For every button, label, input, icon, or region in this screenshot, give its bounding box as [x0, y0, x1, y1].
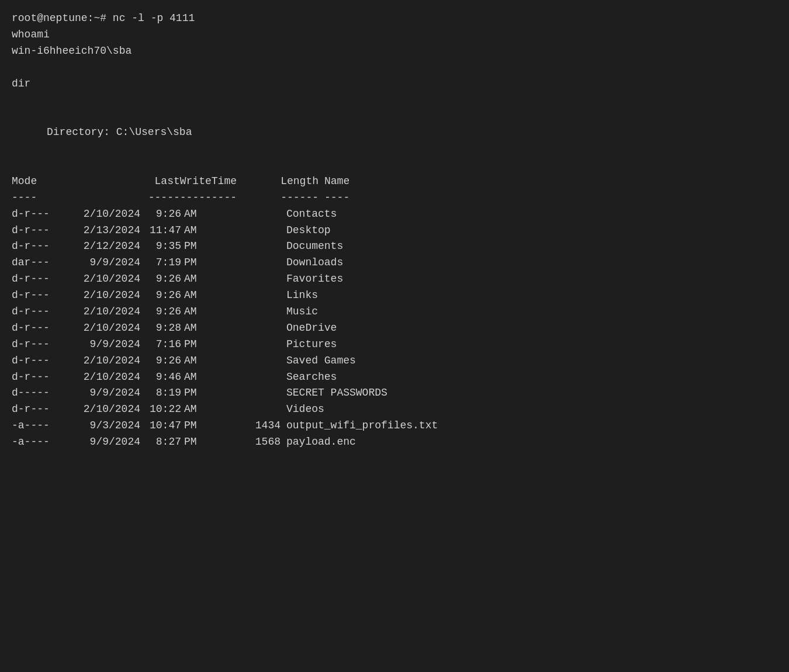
- cell-mode: d-r---: [12, 369, 64, 386]
- cell-mode: d-r---: [12, 304, 64, 320]
- cell-mode: d-r---: [12, 353, 64, 369]
- cell-ampm: AM: [181, 369, 205, 386]
- header-name: Name: [319, 174, 349, 190]
- dir-cmd: dir: [12, 76, 777, 92]
- cell-ampm: AM: [181, 223, 205, 239]
- cell-mode: d-r---: [12, 223, 64, 239]
- cell-name: Searches: [281, 369, 337, 386]
- cell-length: [205, 353, 281, 369]
- cell-ampm: AM: [181, 401, 205, 418]
- table-row: d-r---2/10/2024 9:26AMFavorites: [12, 271, 777, 287]
- table-row: d-r---2/10/202410:22AMVideos: [12, 401, 777, 418]
- cell-mode: d-r---: [12, 401, 64, 418]
- table-body: d-r---2/10/2024 9:26AMContactsd-r---2/13…: [12, 206, 777, 451]
- cell-name: Saved Games: [281, 353, 356, 369]
- blank-line-2: [12, 92, 777, 108]
- cell-mode: dar---: [12, 255, 64, 271]
- cell-ampm: PM: [181, 418, 205, 434]
- cell-name: output_wifi_profiles.txt: [281, 418, 438, 434]
- cell-date: 2/12/2024: [64, 238, 140, 255]
- cell-mode: d-----: [12, 385, 64, 401]
- cell-name: Contacts: [281, 206, 337, 223]
- cell-date: 9/9/2024: [64, 337, 140, 353]
- cell-date: 9/9/2024: [64, 385, 140, 401]
- cell-length: [205, 337, 281, 353]
- cell-date: 2/10/2024: [64, 401, 140, 418]
- table-row: d-r---2/13/202411:47AMDesktop: [12, 223, 777, 239]
- cell-time: 7:19: [140, 255, 181, 271]
- table-row: d-r---2/10/2024 9:26AMLinks: [12, 287, 777, 304]
- cell-length: [205, 385, 281, 401]
- table-header: Mode LastWriteTime Length Name: [12, 174, 777, 190]
- cell-ampm: AM: [181, 206, 205, 223]
- cell-mode: d-r---: [12, 287, 64, 304]
- cell-length: 1568: [205, 434, 281, 451]
- cell-time: 11:47: [140, 223, 181, 239]
- table-row: -a---- 9/3/202410:47PM1434output_wifi_pr…: [12, 418, 777, 434]
- cell-length: [205, 238, 281, 255]
- table-row: d-r---2/10/2024 9:26AMSaved Games: [12, 353, 777, 369]
- cell-time: 9:26: [140, 287, 181, 304]
- cell-ampm: PM: [181, 385, 205, 401]
- cell-time: 9:26: [140, 353, 181, 369]
- directory-label: Directory: C:\Users\sba: [12, 124, 777, 141]
- cell-name: payload.enc: [281, 434, 356, 451]
- table-row: d-r---2/10/2024 9:26AMContacts: [12, 206, 777, 223]
- cell-length: [205, 255, 281, 271]
- cell-date: 2/10/2024: [64, 369, 140, 386]
- cell-time: 9:26: [140, 271, 181, 287]
- cell-time: 9:28: [140, 320, 181, 337]
- table-row: d----- 9/9/2024 8:19PMSECRET PASSWORDS: [12, 385, 777, 401]
- cell-time: 9:26: [140, 206, 181, 223]
- cell-name: Desktop: [281, 223, 331, 239]
- whoami-result: win-i6hheeich70\sba: [12, 43, 777, 60]
- cell-mode: d-r---: [12, 337, 64, 353]
- table-row: d-r---2/12/2024 9:35PMDocuments: [12, 238, 777, 255]
- cell-mode: -a----: [12, 418, 64, 434]
- cell-ampm: AM: [181, 304, 205, 320]
- cell-date: 2/10/2024: [64, 287, 140, 304]
- sep-name: ----: [319, 190, 349, 206]
- blank-line-1: [12, 60, 777, 76]
- cell-ampm: AM: [181, 271, 205, 287]
- cell-length: [205, 401, 281, 418]
- sep-lastwritetime: --------------: [64, 190, 237, 206]
- cell-date: 2/10/2024: [64, 320, 140, 337]
- cell-mode: d-r---: [12, 206, 64, 223]
- cell-time: 8:27: [140, 434, 181, 451]
- cell-name: Favorites: [281, 271, 343, 287]
- sep-length: ------: [237, 190, 319, 206]
- cell-name: Pictures: [281, 337, 337, 353]
- whoami-cmd: whoami: [12, 27, 777, 43]
- cell-name: Music: [281, 304, 318, 320]
- cell-ampm: AM: [181, 320, 205, 337]
- cell-time: 8:19: [140, 385, 181, 401]
- table-row: d-r---2/10/2024 9:46AMSearches: [12, 369, 777, 386]
- terminal: root@neptune:~# nc -l -p 4111 whoami win…: [12, 11, 777, 451]
- header-lastwritetime: LastWriteTime: [64, 174, 237, 190]
- cell-time: 9:26: [140, 304, 181, 320]
- cell-date: 2/10/2024: [64, 271, 140, 287]
- cell-date: 2/10/2024: [64, 353, 140, 369]
- cell-date: 2/13/2024: [64, 223, 140, 239]
- cell-length: [205, 320, 281, 337]
- blank-line-5: [12, 157, 777, 174]
- cell-length: [205, 304, 281, 320]
- cell-name: Videos: [281, 401, 324, 418]
- cell-ampm: AM: [181, 353, 205, 369]
- cell-time: 9:35: [140, 238, 181, 255]
- cell-date: 9/9/2024: [64, 434, 140, 451]
- table-row: d-r---2/10/2024 9:28AMOneDrive: [12, 320, 777, 337]
- cell-length: [205, 206, 281, 223]
- cell-ampm: PM: [181, 434, 205, 451]
- header-mode: Mode: [12, 174, 64, 190]
- table-row: dar--- 9/9/2024 7:19PMDownloads: [12, 255, 777, 271]
- cell-mode: d-r---: [12, 271, 64, 287]
- cell-time: 10:47: [140, 418, 181, 434]
- cell-date: 2/10/2024: [64, 206, 140, 223]
- table-separator: ---- -------------- ------ ----: [12, 190, 777, 206]
- table-row: d-r---2/10/2024 9:26AMMusic: [12, 304, 777, 320]
- cell-date: 9/3/2024: [64, 418, 140, 434]
- cell-date: 2/10/2024: [64, 304, 140, 320]
- cell-name: Downloads: [281, 255, 343, 271]
